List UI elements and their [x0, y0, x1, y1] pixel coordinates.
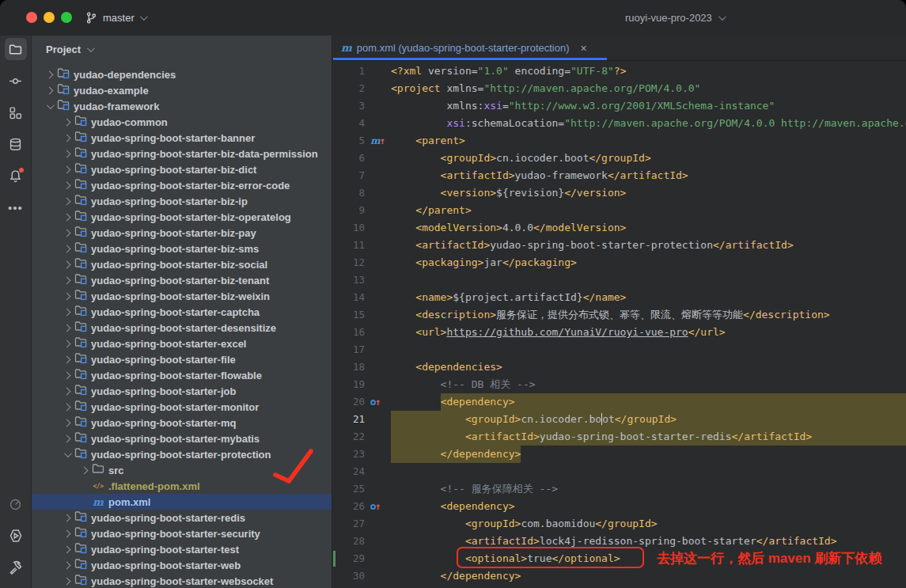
tree-item-yudao-spring-boot-starter-websocket[interactable]: yudao-spring-boot-starter-websocket — [32, 573, 332, 588]
gutter[interactable]: 17 — [333, 341, 391, 358]
close-window-button[interactable] — [26, 12, 37, 23]
services-tool-button[interactable] — [5, 525, 27, 547]
tree-item-yudao-spring-boot-starter-captcha[interactable]: yudao-spring-boot-starter-captcha — [32, 304, 332, 320]
project-panel-header[interactable]: Project — [32, 36, 332, 63]
tree-item-yudao-common[interactable]: yudao-common — [32, 114, 332, 130]
notifications-tool-button[interactable] — [5, 165, 27, 187]
code-line-21[interactable]: 21 <groupId>cn.iocoder.boot</groupId> — [333, 411, 906, 428]
collapse-chevron-icon[interactable] — [43, 88, 55, 93]
collapse-chevron-icon[interactable] — [60, 151, 73, 157]
collapse-chevron-icon[interactable] — [60, 389, 73, 394]
collapse-chevron-icon[interactable] — [60, 167, 73, 173]
code-line-7[interactable]: 7 <artifactId>yudao-framework</artifactI… — [333, 167, 906, 184]
tree-item-yudao-spring-boot-starter-job[interactable]: yudao-spring-boot-starter-job — [32, 383, 332, 399]
code-line-17[interactable]: 17 — [333, 341, 906, 358]
code-line-30[interactable]: 30 </dependency> — [333, 567, 906, 585]
gutter[interactable]: 23 — [333, 446, 391, 463]
code-line-12[interactable]: 12 <packaging>jar</packaging> — [333, 254, 906, 271]
profiler-tool-button[interactable] — [5, 493, 27, 515]
tree-item-yudao-spring-boot-starter-biz-weixin[interactable]: yudao-spring-boot-starter-biz-weixin — [32, 288, 332, 304]
collapse-chevron-icon[interactable] — [60, 135, 73, 141]
build-tool-button[interactable] — [5, 556, 27, 579]
commit-tool-button[interactable] — [5, 70, 27, 92]
tree-item-src[interactable]: src — [32, 462, 332, 478]
gutter[interactable]: 13 — [333, 271, 391, 289]
code-line-29[interactable]: 29 <optional>true</optional> — [333, 550, 906, 567]
gutter[interactable]: 26↑ — [333, 498, 391, 515]
tree-item-yudao-spring-boot-starter-biz-social[interactable]: yudao-spring-boot-starter-biz-social — [32, 256, 332, 272]
code-line-6[interactable]: 6 <groupId>cn.iocoder.boot</groupId> — [333, 150, 906, 167]
project-tool-button[interactable] — [5, 38, 27, 60]
tree-item-yudao-spring-boot-starter-biz-operatelog[interactable]: yudao-spring-boot-starter-biz-operatelog — [32, 209, 332, 225]
code-line-13[interactable]: 13 — [333, 271, 906, 289]
collapse-chevron-icon[interactable] — [60, 246, 73, 252]
tree-item-yudao-spring-boot-starter-biz-sms[interactable]: yudao-spring-boot-starter-biz-sms — [32, 241, 332, 256]
gutter[interactable]: 12 — [333, 254, 391, 271]
gutter[interactable]: 4 — [333, 115, 391, 132]
code-line-14[interactable]: 14 <name>${project.artifactId}</name> — [333, 289, 906, 306]
collapse-chevron-icon[interactable] — [60, 214, 73, 220]
collapse-chevron-icon[interactable] — [60, 230, 73, 236]
git-branch-widget[interactable]: master — [79, 6, 152, 29]
collapse-chevron-icon[interactable] — [60, 325, 73, 331]
tree-item-yudao-spring-boot-starter-monitor[interactable]: yudao-spring-boot-starter-monitor — [32, 399, 332, 415]
tree-item-yudao-spring-boot-starter-biz-dict[interactable]: yudao-spring-boot-starter-biz-dict — [32, 161, 332, 177]
gutter[interactable]: 2 — [333, 80, 391, 97]
collapse-chevron-icon[interactable] — [60, 436, 73, 442]
collapse-chevron-icon[interactable] — [60, 420, 73, 426]
more-tool-windows-button[interactable]: ••• — [5, 196, 27, 218]
tree-item-flattened-pom-xml[interactable]: </>.flattened-pom.xml — [32, 478, 332, 494]
code-line-26[interactable]: 26↑ <dependency> — [333, 498, 906, 515]
gutter[interactable]: 19 — [333, 376, 391, 393]
tree-item-yudao-dependencies[interactable]: yudao-dependencies — [32, 66, 332, 82]
collapse-chevron-icon[interactable] — [60, 579, 73, 584]
code-line-2[interactable]: 2<project xmlns="http://maven.apache.org… — [333, 80, 906, 97]
collapse-chevron-icon[interactable] — [60, 563, 73, 568]
tree-item-yudao-spring-boot-starter-file[interactable]: yudao-spring-boot-starter-file — [32, 351, 332, 367]
code-line-24[interactable]: 24 — [333, 463, 906, 480]
code-line-25[interactable]: 25 <!-- 服务保障相关 --> — [333, 480, 906, 498]
minimize-window-button[interactable] — [44, 12, 55, 23]
gutter[interactable]: 18 — [333, 358, 391, 376]
collapse-chevron-icon[interactable] — [60, 357, 73, 362]
code-line-11[interactable]: 11 <artifactId>yudao-spring-boot-starter… — [333, 237, 906, 254]
collapse-chevron-icon[interactable] — [60, 373, 73, 378]
gutter[interactable]: 11 — [333, 237, 391, 254]
gutter[interactable]: 29 — [333, 550, 391, 567]
collapse-chevron-icon[interactable] — [60, 278, 73, 283]
gutter[interactable]: 16 — [333, 324, 391, 341]
collapse-chevron-icon[interactable] — [60, 262, 73, 267]
code-line-15[interactable]: 15 <description>服务保证，提供分布式锁、幂等、限流、熔断等等功能… — [333, 306, 906, 324]
collapse-chevron-icon[interactable] — [60, 119, 73, 125]
tree-item-yudao-spring-boot-starter-test[interactable]: yudao-spring-boot-starter-test — [32, 541, 332, 557]
tree-item-yudao-spring-boot-starter-biz-data-permission[interactable]: yudao-spring-boot-starter-biz-data-permi… — [32, 146, 332, 161]
code-line-9[interactable]: 9 </parent> — [333, 202, 906, 219]
gutter[interactable]: 14 — [333, 289, 391, 306]
tree-item-yudao-spring-boot-starter-protection[interactable]: yudao-spring-boot-starter-protection — [32, 446, 332, 462]
code-line-5[interactable]: 5m↑ <parent> — [333, 132, 906, 150]
tree-item-yudao-spring-boot-starter-security[interactable]: yudao-spring-boot-starter-security — [32, 525, 332, 541]
collapse-chevron-icon[interactable] — [60, 309, 73, 315]
code-line-16[interactable]: 16 <url>https://github.com/YunaiV/ruoyi-… — [333, 324, 906, 341]
gutter[interactable]: 10 — [333, 219, 391, 237]
gutter[interactable]: 5m↑ — [333, 132, 391, 150]
code-line-3[interactable]: 3 xmlns:xsi="http://www.w3.org/2001/XMLS… — [333, 97, 906, 115]
collapse-chevron-icon[interactable] — [60, 199, 73, 204]
gutter[interactable]: 3 — [333, 97, 391, 115]
code-line-8[interactable]: 8 <version>${revision}</version> — [333, 184, 906, 202]
tab-pom-xml[interactable]: m pom.xml (yudao-spring-boot-starter-pro… — [333, 36, 607, 60]
expand-chevron-icon[interactable] — [60, 452, 73, 457]
code-line-1[interactable]: 1<?xml version="1.0" encoding="UTF-8"?> — [333, 63, 906, 80]
tree-item-yudao-spring-boot-starter-mybatis[interactable]: yudao-spring-boot-starter-mybatis — [32, 431, 332, 446]
code-editor[interactable]: 1<?xml version="1.0" encoding="UTF-8"?>2… — [333, 62, 906, 588]
tree-item-yudao-spring-boot-starter-desensitize[interactable]: yudao-spring-boot-starter-desensitize — [32, 320, 332, 336]
collapse-chevron-icon[interactable] — [60, 183, 73, 188]
tree-item-yudao-framework[interactable]: yudao-framework — [32, 98, 332, 114]
project-title-widget[interactable]: ruoyi-vue-pro-2023 — [619, 6, 730, 29]
tree-item-yudao-spring-boot-starter-biz-ip[interactable]: yudao-spring-boot-starter-biz-ip — [32, 193, 332, 209]
gutter[interactable]: 25 — [333, 480, 391, 498]
structure-tool-button[interactable] — [5, 101, 27, 123]
code-line-28[interactable]: 28 <artifactId>lock4j-redisson-spring-bo… — [333, 533, 906, 550]
tree-item-yudao-spring-boot-starter-biz-tenant[interactable]: yudao-spring-boot-starter-biz-tenant — [32, 272, 332, 288]
collapse-chevron-icon[interactable] — [60, 547, 73, 552]
